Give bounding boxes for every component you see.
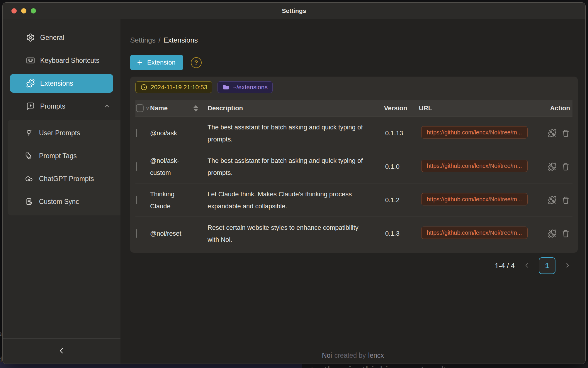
meta-badges: 2024-11-19 21:10:53 ~/extensions (135, 81, 572, 93)
disable-extension-button[interactable] (548, 129, 557, 138)
column-header-version: Version (384, 104, 407, 112)
select-all-checkbox[interactable] (136, 104, 144, 112)
collapse-sidebar-button[interactable] (55, 345, 68, 358)
breadcrumb-separator: / (159, 36, 161, 44)
author-link[interactable]: lencx (368, 352, 384, 359)
sidebar-item-custom-sync[interactable]: Custom Sync (8, 190, 120, 213)
puzzle-icon (26, 79, 35, 88)
sidebar-item-label: Custom Sync (39, 198, 79, 206)
trash-icon (561, 162, 570, 171)
column-header-action: Action (550, 104, 570, 112)
sidebar-item-label: Prompt Tags (39, 152, 77, 160)
delete-extension-button[interactable] (561, 229, 570, 238)
row-checkbox[interactable] (136, 129, 137, 137)
question-mark-icon: ? (194, 59, 198, 66)
timestamp-value: 2024-11-19 21:10:53 (151, 84, 207, 91)
trash-icon (561, 129, 570, 138)
timestamp-badge: 2024-11-19 21:10:53 (135, 81, 212, 93)
chevron-left-icon (57, 346, 66, 355)
puzzle-off-icon (548, 162, 557, 171)
pagination: 1-4 / 4 1 (120, 257, 571, 274)
sidebar-item-label: General (40, 34, 64, 42)
extensions-panel: 2024-11-19 21:10:53 ~/extensions ∨ Name (130, 77, 578, 253)
row-checkbox[interactable] (136, 196, 137, 204)
previous-page-button[interactable] (523, 261, 531, 270)
sidebar-item-general[interactable]: General (10, 28, 113, 47)
table-row: @noi/ask The best assistant for batch as… (135, 117, 572, 150)
sidebar-item-prompt-tags[interactable]: Prompt Tags (8, 144, 120, 167)
directory-value: ~/extensions (233, 84, 268, 91)
page-number-button[interactable]: 1 (539, 257, 555, 274)
sidebar-item-chatgpt-prompts[interactable]: ChatGPT Prompts (8, 167, 120, 190)
trash-icon (561, 229, 570, 238)
app-name-link[interactable]: Noi (322, 352, 332, 359)
chevron-right-icon (564, 261, 571, 269)
background-window-text: <anthropic_thinking_protocol> (307, 364, 450, 368)
sidebar-item-label: User Prompts (39, 129, 80, 137)
breadcrumb-parent[interactable]: Settings (130, 36, 156, 44)
extension-version: 0.1.3 (379, 230, 414, 237)
select-dropdown-caret-icon[interactable]: ∨ (146, 105, 149, 112)
chevron-up-icon[interactable] (104, 103, 110, 109)
extension-name: @noi/ask-custom (149, 155, 201, 179)
row-checkbox[interactable] (136, 229, 137, 238)
cloud-icon (25, 175, 33, 183)
help-button[interactable]: ? (191, 57, 202, 68)
breadcrumb-current: Extensions (163, 36, 198, 44)
extension-url-link[interactable]: https://github.com/lencx/Noi/tree/m... (421, 227, 528, 239)
table-row: @noi/reset Reset certain website styles … (135, 217, 572, 250)
plus-icon (136, 59, 144, 66)
breadcrumb: Settings/Extensions (130, 36, 585, 44)
footer-credit: Noicreated bylencx (120, 352, 585, 359)
chevron-left-icon (523, 261, 531, 269)
extension-description: Let Claude think. Makes Claude's thinkin… (208, 188, 369, 212)
delete-extension-button[interactable] (561, 196, 570, 205)
sidebar-item-extensions[interactable]: Extensions (10, 74, 113, 93)
add-extension-label: Extension (147, 59, 176, 66)
sidebar: General Keyboard Shortcuts Extensions Pr… (3, 19, 120, 364)
trash-icon (561, 196, 570, 205)
row-checkbox[interactable] (136, 162, 137, 171)
zoom-window-button[interactable] (31, 8, 36, 13)
sidebar-item-label: Extensions (40, 80, 73, 87)
disable-extension-button[interactable] (548, 162, 557, 171)
sort-desc-icon (193, 109, 198, 112)
column-header-description: Description (208, 104, 243, 112)
extension-version: 0.1.0 (379, 163, 414, 171)
sidebar-nav: General Keyboard Shortcuts Extensions Pr… (3, 19, 120, 338)
extension-url-link[interactable]: https://github.com/lencx/Noi/tree/m... (421, 193, 528, 205)
extension-url-link[interactable]: https://github.com/lencx/Noi/tree/m... (421, 160, 528, 172)
extension-version: 0.1.2 (379, 196, 414, 204)
extension-version: 0.1.13 (379, 129, 414, 137)
extension-name: Thinking Claude (149, 188, 201, 212)
titlebar[interactable]: Settings (3, 3, 585, 19)
background-text-fragment: d (0, 355, 2, 363)
sidebar-item-user-prompts[interactable]: User Prompts (8, 121, 120, 144)
puzzle-off-icon (548, 129, 557, 138)
file-sync-icon (25, 197, 33, 206)
sidebar-item-prompts[interactable]: Prompts (10, 97, 113, 116)
directory-badge[interactable]: ~/extensions (217, 81, 273, 93)
add-extension-button[interactable]: Extension (130, 55, 183, 70)
minimize-window-button[interactable] (21, 8, 26, 13)
delete-extension-button[interactable] (561, 129, 570, 138)
keyboard-icon (26, 56, 35, 65)
window-title: Settings (3, 3, 585, 19)
extension-name: @noi/ask (149, 127, 201, 139)
sidebar-item-label: ChatGPT Prompts (39, 175, 94, 183)
tags-icon (25, 152, 33, 160)
disable-extension-button[interactable] (548, 196, 557, 205)
sort-asc-icon (193, 105, 198, 108)
extension-description: Reset certain website styles to enhance … (208, 222, 369, 246)
pagination-range: 1-4 / 4 (495, 262, 515, 270)
column-header-url: URL (419, 104, 432, 112)
delete-extension-button[interactable] (561, 162, 570, 171)
table-header: ∨ Name Description Version URL Action (135, 100, 572, 117)
extension-url-link[interactable]: https://github.com/lencx/Noi/tree/m... (421, 126, 528, 139)
next-page-button[interactable] (564, 261, 571, 270)
prompts-subsection: User Prompts Prompt Tags ChatGPT Prompts… (8, 120, 120, 215)
sidebar-item-keyboard-shortcuts[interactable]: Keyboard Shortcuts (10, 51, 113, 70)
close-window-button[interactable] (11, 8, 17, 13)
disable-extension-button[interactable] (548, 229, 557, 238)
sort-toggle[interactable] (193, 105, 198, 112)
